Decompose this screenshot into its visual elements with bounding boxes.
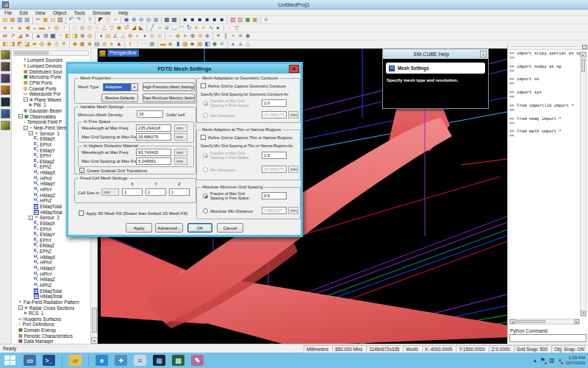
toolbar-icon[interactable]: ■ <box>189 40 196 48</box>
module-icon-2[interactable] <box>1 62 10 71</box>
paint-icon[interactable]: ✎ <box>191 355 204 366</box>
menu-object[interactable]: Object <box>53 10 67 15</box>
toolbar-icon[interactable]: ◇ <box>86 24 93 32</box>
help-title-bar[interactable]: EM.CUBE Help x <box>383 49 488 59</box>
toolbar-icon[interactable]: ■ <box>196 16 204 24</box>
thin-fraction-radio[interactable] <box>203 153 208 158</box>
menu-tools[interactable]: Tools <box>74 10 85 15</box>
tree-item-label[interactable]: HPhZ <box>40 283 51 288</box>
ok-button[interactable]: OK <box>187 223 212 233</box>
module-icon-3[interactable] <box>1 74 10 83</box>
cell-size-y-input[interactable]: 1 <box>146 188 166 196</box>
toolbar-icon[interactable]: ⊕ <box>189 32 196 40</box>
toolbar-icon[interactable]: ? <box>86 16 93 24</box>
toolbar-icon[interactable]: ◨ <box>71 32 79 40</box>
tree-expander-icon[interactable]: − <box>24 126 28 130</box>
server-manager-icon[interactable]: ▤ <box>172 355 184 366</box>
close-icon[interactable]: x <box>480 51 487 57</box>
volume-icon[interactable]: ◖ <box>558 357 562 364</box>
tree-expander-icon[interactable]: − <box>18 305 23 310</box>
tree-item-label[interactable]: HPhZ <box>40 198 51 203</box>
menu-edit[interactable]: Edit <box>19 10 27 15</box>
toolbar-icon[interactable]: ▣ <box>42 16 49 24</box>
cell-size-x-input[interactable]: 1 <box>122 188 143 196</box>
toolbar-icon[interactable]: ○ <box>93 24 101 32</box>
tree-item-label[interactable]: EPhY <box>40 153 51 158</box>
toolbar-icon[interactable]: ◧ <box>64 32 71 40</box>
toolbar-icon[interactable]: ▨ <box>237 16 244 24</box>
toolbar-icon[interactable]: ◖ <box>46 24 53 32</box>
tree-item[interactable]: EEMagTotal <box>12 288 90 294</box>
toolbar-icon[interactable]: + <box>229 32 237 40</box>
tree-item-label[interactable]: Temporal Field P <box>27 119 62 124</box>
toolbar-icon[interactable]: ≡ <box>200 24 207 32</box>
notepad-icon[interactable]: ≡ <box>134 355 146 366</box>
toolbar-icon[interactable]: ◠ <box>178 24 185 32</box>
toolbar-icon[interactable]: ↶ <box>68 16 75 24</box>
tree-item-label[interactable]: Near-Field Sens <box>34 125 68 130</box>
min-density-input[interactable]: 15 <box>137 110 163 118</box>
toolbar-icon[interactable]: ▦ <box>182 40 189 48</box>
cancel-button[interactable]: Cancel <box>217 223 243 233</box>
tree-item[interactable]: ✦Far-Field Radiation Pattern <box>12 300 90 305</box>
toolbar-icon[interactable]: ∗ <box>193 24 200 32</box>
toolbar-icon[interactable]: ◧ <box>204 40 211 48</box>
toolbar-icon[interactable]: ◤ <box>97 16 104 24</box>
toolbar-icon[interactable]: ◉ <box>46 40 53 48</box>
menu-help[interactable]: Help <box>118 10 128 15</box>
toolbar-icon[interactable]: ◩ <box>16 40 24 48</box>
wavelength-input[interactable]: 93.743420 <box>136 149 171 156</box>
tree-item[interactable]: −➤Radar Cross Sections <box>12 305 90 311</box>
toolbar-icon[interactable]: ■ <box>218 16 226 24</box>
powershell-icon[interactable]: >_ <box>43 355 55 366</box>
tree-item-label[interactable]: HMagZ <box>40 193 55 198</box>
toolbar-icon[interactable]: ▦ <box>148 40 156 48</box>
tree-item-label[interactable]: Lumped Devices <box>27 63 62 68</box>
panel-grip[interactable] <box>510 46 578 48</box>
tree-item[interactable]: HzHPhZ <box>12 283 90 289</box>
toolbar-icon[interactable]: ◍ <box>86 32 93 40</box>
tree-expander-icon[interactable]: − <box>18 114 23 118</box>
tree-item[interactable]: ➤RCS_1 <box>12 311 90 316</box>
thin-min-distance-radio[interactable] <box>203 167 208 172</box>
module-icon-5[interactable] <box>1 97 10 107</box>
tree-item[interactable]: HxHPhX <box>12 260 90 266</box>
toolbar-icon[interactable]: ◆ <box>244 32 251 40</box>
tree-item[interactable]: ▨Periodic Characteristics <box>12 333 90 339</box>
apply-button[interactable]: Apply <box>126 223 152 233</box>
tree-item-label[interactable]: HMagZ <box>40 277 55 282</box>
toolbar-icon[interactable]: ◀ <box>24 24 31 32</box>
toolbar-icon[interactable]: ◡ <box>171 24 178 32</box>
toolbar-icon[interactable]: ⊕ <box>130 16 137 24</box>
scrollbar-thumb[interactable] <box>15 52 49 54</box>
toolbar-icon[interactable]: ○ <box>156 24 163 32</box>
console-horizontal-scrollbar[interactable]: ◂ ▸ <box>509 319 580 325</box>
abs-min-distance-input[interactable]: 7.843137 <box>262 207 287 214</box>
tree-expander-icon[interactable]: − <box>29 216 33 220</box>
network-icon[interactable]: ▥ <box>549 357 555 364</box>
toolbar-icon[interactable]: ◍ <box>101 40 108 48</box>
toolbar-icon[interactable]: ◍ <box>152 16 159 24</box>
toolbar-icon[interactable]: ▦ <box>163 16 171 24</box>
tree-item-label[interactable]: Coaxial Ports <box>29 86 56 91</box>
wavelength-input[interactable]: 235.294118 <box>136 124 171 132</box>
tree-item[interactable]: HyHPhY <box>12 271 90 277</box>
tree-item-label[interactable]: HPhX <box>40 260 52 265</box>
toolbar-icon[interactable]: ◔ <box>57 32 64 40</box>
toolbar-icon[interactable]: ⊚ <box>196 32 204 40</box>
taskbar-clock[interactable]: 1:09 PM 10/7/2016 <box>565 355 585 366</box>
action-center-flag-icon[interactable]: ⚑ <box>540 357 545 364</box>
tree-item-label[interactable]: Periodic Characteristics <box>24 333 73 339</box>
toolbar-icon[interactable]: ◉ <box>123 16 130 24</box>
toolbar-icon[interactable]: ■ <box>211 16 218 24</box>
toolbar-icon[interactable]: · <box>226 24 233 32</box>
toolbar-icon[interactable]: ◧ <box>1 40 9 48</box>
tree-item-label[interactable]: Plane Waves <box>35 97 62 102</box>
toolbar-icon[interactable]: ◎ <box>145 16 152 24</box>
toolbar-icon[interactable]: ◇ <box>104 16 112 24</box>
tree-item-label[interactable]: EMagTotal <box>40 204 62 209</box>
tree-item-label[interactable]: EMagTotal <box>40 289 62 294</box>
toolbar-icon[interactable]: ▸ <box>215 24 222 32</box>
toolbar-icon[interactable]: ◖ <box>141 32 148 40</box>
toolbar-icon[interactable]: ∠ <box>112 32 119 40</box>
